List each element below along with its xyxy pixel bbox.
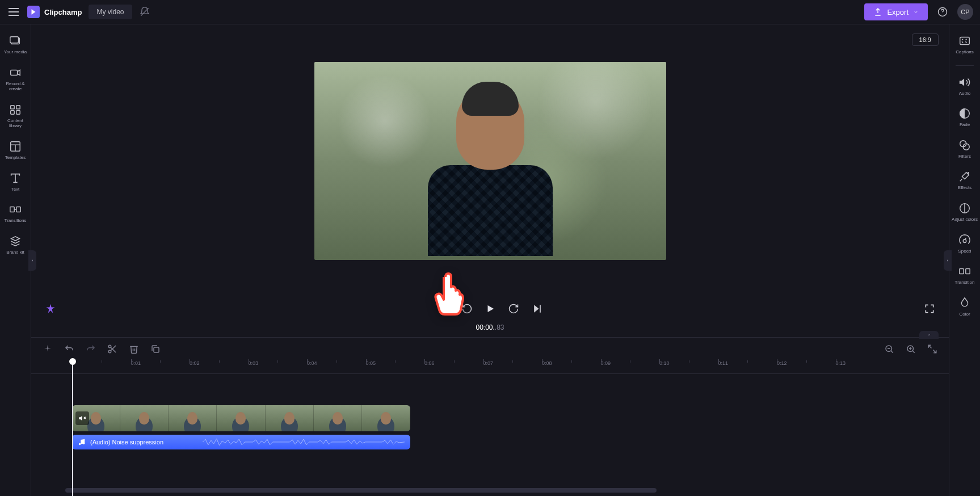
zoom-in-button[interactable] bbox=[906, 344, 916, 354]
export-button[interactable]: Export bbox=[864, 3, 928, 20]
sidebar-item-transition[interactable]: Transition bbox=[949, 260, 980, 290]
rewind-button[interactable] bbox=[461, 303, 473, 314]
sidebar-item-effects[interactable]: Effects bbox=[949, 166, 980, 195]
sidebar-item-speed[interactable]: Speed bbox=[949, 229, 980, 259]
aspect-ratio-button[interactable]: 16:9 bbox=[912, 33, 939, 46]
sidebar-item-adjust-colors[interactable]: Adjust colors bbox=[949, 197, 980, 227]
ruler-tick: 0:02 bbox=[190, 360, 200, 366]
collapse-right-panel[interactable] bbox=[944, 250, 952, 271]
svg-line-55 bbox=[965, 238, 966, 239]
svg-point-29 bbox=[108, 350, 111, 353]
ruler-tick: 0:07 bbox=[483, 360, 494, 366]
svg-rect-19 bbox=[16, 207, 20, 212]
timeline-ruler[interactable]: 00:010:020:030:040:050:060:070:080:090:1… bbox=[31, 360, 949, 374]
logo-icon bbox=[27, 6, 40, 18]
header: Clipchamp My video Export CP bbox=[0, 0, 980, 24]
svg-rect-56 bbox=[960, 269, 964, 274]
fullscreen-button[interactable] bbox=[924, 303, 935, 314]
svg-marker-25 bbox=[534, 305, 539, 312]
sidebar-item-record-create[interactable]: Record & create bbox=[0, 62, 31, 96]
sync-status-icon[interactable] bbox=[139, 6, 150, 18]
ruler-tick: 0:09 bbox=[601, 360, 611, 366]
svg-rect-11 bbox=[11, 111, 14, 114]
svg-rect-9 bbox=[11, 105, 14, 108]
svg-rect-18 bbox=[10, 207, 14, 212]
svg-marker-48 bbox=[960, 78, 964, 86]
svg-marker-27 bbox=[44, 345, 51, 352]
ruler-tick: 0:10 bbox=[659, 360, 670, 366]
duplicate-button[interactable] bbox=[150, 344, 161, 354]
svg-line-35 bbox=[891, 351, 893, 353]
sidebar-item-transitions[interactable]: Transitions bbox=[0, 199, 31, 228]
svg-rect-10 bbox=[16, 105, 20, 108]
sidebar-item-templates[interactable]: Templates bbox=[0, 136, 31, 165]
sidebar-item-fade[interactable]: Fade bbox=[949, 103, 980, 132]
sidebar-item-text[interactable]: Text bbox=[0, 167, 31, 197]
timeline-toolbar bbox=[31, 338, 949, 360]
skip-end-button[interactable] bbox=[532, 303, 543, 314]
skip-start-button[interactable] bbox=[438, 303, 449, 314]
ruler-tick: 0:08 bbox=[542, 360, 552, 366]
menu-button[interactable] bbox=[7, 5, 20, 19]
sidebar-item-filters[interactable]: Filters bbox=[949, 134, 980, 164]
forward-button[interactable] bbox=[508, 303, 519, 314]
split-button[interactable] bbox=[107, 344, 117, 354]
time-display: 00:00..83 bbox=[31, 320, 949, 337]
ruler-tick: 0:01 bbox=[131, 360, 141, 366]
play-button[interactable] bbox=[485, 304, 495, 314]
svg-point-28 bbox=[108, 345, 111, 348]
user-avatar[interactable]: CP bbox=[957, 4, 973, 20]
sidebar-item-content-library[interactable]: Content library bbox=[0, 99, 31, 133]
sidebar-item-color[interactable]: Color bbox=[949, 292, 980, 322]
timeline-scrollbar[interactable] bbox=[65, 488, 935, 493]
ruler-tick: 0:03 bbox=[249, 360, 259, 366]
svg-point-45 bbox=[79, 443, 81, 445]
ruler-tick: 0:12 bbox=[777, 360, 787, 366]
svg-rect-6 bbox=[10, 37, 19, 43]
svg-point-46 bbox=[83, 443, 85, 445]
svg-line-40 bbox=[928, 345, 931, 348]
playhead[interactable] bbox=[72, 360, 73, 496]
ruler-tick: 0:05 bbox=[366, 360, 376, 366]
timeline-section: 00:010:020:030:040:050:060:070:080:090:1… bbox=[31, 337, 949, 496]
svg-rect-47 bbox=[960, 37, 970, 45]
delete-button[interactable] bbox=[129, 344, 139, 354]
audio-clip-label: (Audio) Noise suppression bbox=[90, 439, 163, 445]
svg-marker-21 bbox=[47, 304, 55, 313]
svg-marker-42 bbox=[79, 416, 82, 421]
svg-marker-22 bbox=[441, 305, 446, 312]
redo-button[interactable] bbox=[86, 344, 96, 354]
project-name-input[interactable]: My video bbox=[89, 5, 132, 19]
app-name: Clipchamp bbox=[44, 8, 82, 16]
mute-icon[interactable] bbox=[75, 411, 89, 425]
zoom-fit-button[interactable] bbox=[927, 344, 937, 354]
timeline-collapse-button[interactable] bbox=[919, 331, 939, 339]
ruler-tick: 0:11 bbox=[718, 360, 729, 366]
ruler-tick: 0:06 bbox=[424, 360, 435, 366]
svg-rect-7 bbox=[11, 70, 18, 75]
waveform-icon bbox=[203, 437, 405, 447]
sidebar-item-captions[interactable]: Captions bbox=[949, 30, 980, 60]
export-label: Export bbox=[887, 8, 909, 16]
logo[interactable]: Clipchamp bbox=[27, 6, 82, 18]
sidebar-item-audio[interactable]: Audio bbox=[949, 72, 980, 101]
help-button[interactable] bbox=[935, 4, 950, 20]
preview-area: 16:9 bbox=[31, 24, 949, 297]
sidebar-item-your-media[interactable]: Your media bbox=[0, 30, 31, 60]
svg-point-52 bbox=[968, 173, 969, 174]
auto-enhance-icon[interactable] bbox=[45, 303, 56, 314]
zoom-out-button[interactable] bbox=[884, 344, 894, 354]
svg-rect-32 bbox=[154, 347, 159, 352]
scrollbar-thumb[interactable] bbox=[65, 488, 657, 493]
timeline-tracks: (Audio) Noise suppression bbox=[31, 374, 949, 496]
ruler-tick: 0:13 bbox=[836, 360, 846, 366]
video-preview[interactable] bbox=[314, 62, 666, 260]
sidebar-item-brand-kit[interactable]: Brand kit bbox=[0, 230, 31, 260]
undo-button[interactable] bbox=[64, 344, 74, 354]
svg-marker-24 bbox=[487, 305, 494, 312]
svg-line-39 bbox=[912, 351, 915, 353]
audio-clip[interactable]: (Audio) Noise suppression bbox=[72, 435, 410, 449]
ai-sparkle-icon[interactable] bbox=[43, 344, 53, 354]
video-clip[interactable] bbox=[72, 405, 410, 431]
ruler-tick: 0:04 bbox=[307, 360, 317, 366]
